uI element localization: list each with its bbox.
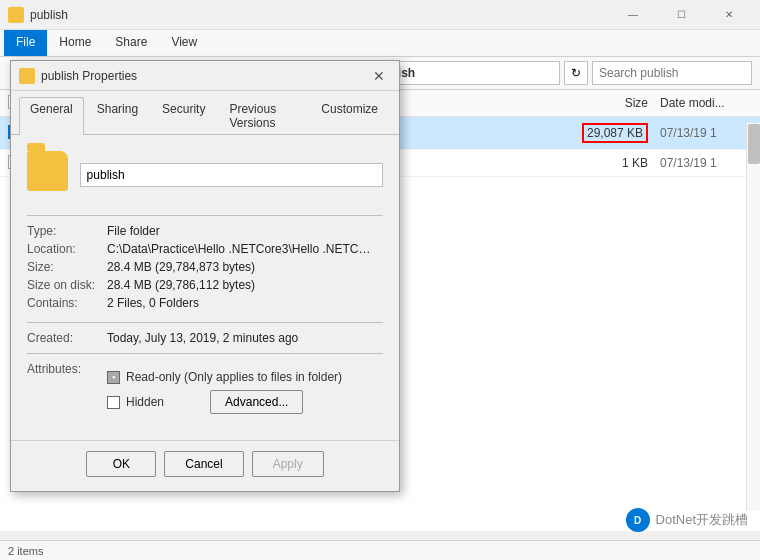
prop-label-attributes: Attributes:: [27, 362, 107, 376]
dialog-close-button[interactable]: ✕: [367, 64, 391, 88]
folder-icon-large: [27, 151, 68, 191]
advanced-button[interactable]: Advanced...: [210, 390, 303, 414]
dialog-folder-icon: [19, 68, 35, 84]
prop-type: Type: File folder: [27, 224, 383, 238]
prop-value-type: File folder: [107, 224, 383, 238]
apply-button[interactable]: Apply: [252, 451, 324, 477]
refresh-button[interactable]: ↻: [564, 61, 588, 85]
hidden-label: Hidden: [126, 395, 164, 409]
cancel-button[interactable]: Cancel: [164, 451, 243, 477]
file-size: 29,087 KB: [552, 121, 652, 145]
prop-label-location: Location:: [27, 242, 107, 256]
prop-value-size: 28.4 MB (29,784,873 bytes): [107, 260, 383, 274]
title-bar: publish — ☐ ✕: [0, 0, 760, 30]
publish-properties-dialog: publish Properties ✕ General Sharing Sec…: [10, 60, 400, 492]
prop-location: Location: C:\Data\Practice\Hello .NETCor…: [27, 242, 383, 256]
tab-share[interactable]: Share: [103, 30, 159, 56]
prop-label-created: Created:: [27, 331, 107, 345]
size-highlighted: 29,087 KB: [582, 123, 648, 143]
close-window-button[interactable]: ✕: [706, 0, 752, 30]
prop-attributes: Attributes: ▪ Read-only (Only applies to…: [27, 362, 383, 420]
window-controls: — ☐ ✕: [610, 0, 752, 30]
scroll-thumb[interactable]: [748, 124, 760, 164]
folder-name-input[interactable]: [80, 163, 383, 187]
tab-sharing[interactable]: Sharing: [86, 97, 149, 134]
readonly-label: Read-only (Only applies to files in fold…: [126, 370, 342, 384]
watermark-text: DotNet开发跳槽: [656, 511, 748, 529]
tab-view[interactable]: View: [159, 30, 209, 56]
dialog-tabs: General Sharing Security Previous Versio…: [11, 91, 399, 135]
minimize-button[interactable]: —: [610, 0, 656, 30]
file-date: 07/13/19 1: [652, 124, 752, 142]
search-input[interactable]: [592, 61, 752, 85]
dialog-title: publish Properties: [41, 69, 367, 83]
tab-previous-versions[interactable]: Previous Versions: [218, 97, 308, 134]
tab-home[interactable]: Home: [47, 30, 103, 56]
file-date: 07/13/19 1: [652, 154, 752, 172]
hidden-checkbox[interactable]: [107, 396, 120, 409]
attributes-section: ▪ Read-only (Only applies to files in fo…: [107, 370, 342, 420]
title-bar-icon: [8, 7, 24, 23]
attr-hidden-row: Hidden Advanced...: [107, 390, 342, 414]
title-bar-title: publish: [30, 8, 68, 22]
prop-value-created: Today, July 13, 2019, 2 minutes ago: [107, 331, 383, 345]
prop-size-on-disk: Size on disk: 28.4 MB (29,786,112 bytes): [27, 278, 383, 292]
prop-size: Size: 28.4 MB (29,784,873 bytes): [27, 260, 383, 274]
prop-label-size-on-disk: Size on disk:: [27, 278, 107, 292]
dialog-body: Type: File folder Location: C:\Data\Prac…: [11, 135, 399, 440]
file-size: 1 KB: [552, 154, 652, 172]
prop-value-size-on-disk: 28.4 MB (29,786,112 bytes): [107, 278, 383, 292]
watermark-icon: D: [626, 508, 650, 532]
prop-label-size: Size:: [27, 260, 107, 274]
dialog-titlebar: publish Properties ✕: [11, 61, 399, 91]
tab-file[interactable]: File: [4, 30, 47, 56]
readonly-checkbox[interactable]: ▪: [107, 371, 120, 384]
column-date: Date modi...: [652, 94, 752, 112]
prop-value-location: C:\Data\Practice\Hello .NETCore3\Hello .…: [107, 242, 377, 256]
status-bar: 2 items: [0, 540, 760, 560]
ribbon-tabs: File Home Share View: [0, 30, 760, 56]
attr-readonly-row: ▪ Read-only (Only applies to files in fo…: [107, 370, 342, 384]
dialog-footer: OK Cancel Apply: [11, 440, 399, 491]
watermark: D DotNet开发跳槽: [626, 508, 748, 532]
maximize-button[interactable]: ☐: [658, 0, 704, 30]
prop-label-type: Type:: [27, 224, 107, 238]
tab-security[interactable]: Security: [151, 97, 216, 134]
column-size: Size: [552, 94, 652, 112]
tab-general[interactable]: General: [19, 97, 84, 135]
status-text: 2 items: [8, 545, 43, 557]
prop-contains: Contains: 2 Files, 0 Folders: [27, 296, 383, 310]
ok-button[interactable]: OK: [86, 451, 156, 477]
prop-created: Created: Today, July 13, 2019, 2 minutes…: [27, 331, 383, 345]
tab-customize[interactable]: Customize: [310, 97, 389, 134]
prop-value-contains: 2 Files, 0 Folders: [107, 296, 383, 310]
properties-table: Type: File folder Location: C:\Data\Prac…: [27, 224, 383, 310]
scrollbar[interactable]: [746, 123, 760, 511]
ribbon: File Home Share View: [0, 30, 760, 57]
prop-label-contains: Contains:: [27, 296, 107, 310]
